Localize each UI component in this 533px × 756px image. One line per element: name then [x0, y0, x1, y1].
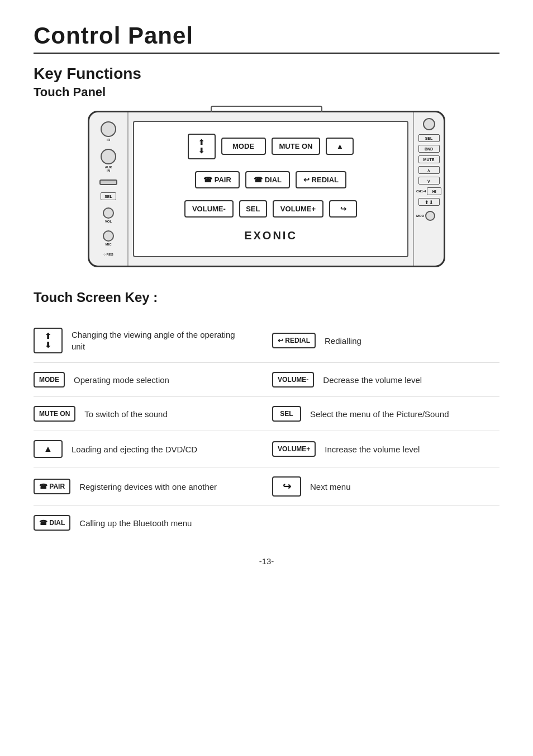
sel-right[interactable]: SEL — [418, 134, 440, 142]
redial-btn[interactable]: ↩ REDIAL — [296, 171, 346, 188]
touch-screen-title: Touch Screen Key : — [34, 290, 499, 305]
sel-btn-screen[interactable]: SEL — [239, 200, 267, 218]
mod-row: MOD — [416, 211, 441, 221]
key-item-sel: SEL Select the menu of the Picture/Sound — [266, 397, 499, 431]
page-title: Control Panel — [34, 22, 499, 49]
mod-knob — [425, 211, 435, 221]
slot — [99, 179, 117, 185]
eject-btn[interactable]: ▲ — [326, 138, 354, 155]
mic-label: MIC — [106, 243, 112, 246]
knob-ir — [101, 121, 116, 137]
angle-btn[interactable]: ⬆⬇ — [188, 134, 216, 159]
ch-row: CH1-4 HI — [416, 187, 441, 195]
device-outer: IR AUXIN SEL VOL MIC ○ RES — [88, 111, 445, 267]
key-desc-angle: Changing the viewing angle of the operat… — [72, 329, 250, 352]
mode-btn[interactable]: MODE — [221, 138, 266, 155]
key-badge-eject: ▲ — [34, 440, 63, 458]
dial-btn[interactable]: ☎ DIAL — [245, 171, 290, 188]
key-desc-vol-minus: Decrease the volume level — [323, 374, 422, 386]
section-title-touch-panel: Touch Panel — [34, 85, 499, 100]
key-badge-sel: SEL — [272, 406, 301, 422]
right-panel: SEL BND MUTE ∧ ∨ CH1-4 HI ⬆⬇ MOD — [413, 112, 444, 266]
key-desc-mute-on: To switch of the sound — [84, 408, 167, 420]
key-badge-pair: ☎ PAIR — [34, 479, 70, 494]
key-badge-mute-on: MUTE ON — [34, 406, 75, 422]
hi-right[interactable]: HI — [427, 187, 441, 195]
key-row-1: ⬆⬇ MODE MUTE ON ▲ — [145, 134, 396, 159]
sel-btn-left[interactable]: SEL — [101, 192, 116, 200]
key-desc-eject: Loading and ejecting the DVD/CD — [72, 443, 197, 455]
key-item-mode: MODE Operating mode selection — [34, 363, 266, 397]
key-desc-next: Next menu — [310, 481, 351, 493]
key-item-eject: ▲ Loading and ejecting the DVD/CD — [34, 431, 266, 467]
bnd-right[interactable]: BND — [418, 145, 440, 153]
key-item-next: ↪ Next menu — [266, 467, 499, 506]
key-item-angle: ⬆⬇ Changing the viewing angle of the ope… — [34, 319, 266, 363]
key-item-vol-minus: VOLUME- Decrease the volume level — [266, 363, 499, 397]
key-item-pair: ☎ PAIR Registering devices with one anot… — [34, 467, 266, 506]
device-top-line — [211, 106, 322, 112]
next-btn[interactable]: ↪ — [329, 200, 357, 218]
knob-vol — [103, 207, 114, 219]
knob-aux — [101, 149, 116, 164]
key-badge-vol-plus: VOLUME+ — [272, 441, 316, 457]
key-row-3: VOLUME- SEL VOLUME+ ↪ — [145, 200, 396, 218]
knob-mic — [103, 230, 114, 242]
pair-btn[interactable]: ☎ PAIR — [195, 171, 240, 188]
key-item-mute-on: MUTE ON To switch of the sound — [34, 397, 266, 431]
key-desc-redial: Redialling — [325, 335, 361, 347]
up-right[interactable]: ∧ — [418, 166, 440, 174]
vol-minus-btn[interactable]: VOLUME- — [184, 200, 234, 218]
key-badge-angle: ⬆⬇ — [34, 328, 63, 353]
key-badge-next: ↪ — [272, 476, 301, 497]
mute-on-btn[interactable]: MUTE ON — [272, 138, 321, 155]
down-right[interactable]: ∨ — [418, 177, 440, 185]
left-panel: IR AUXIN SEL VOL MIC ○ RES — [89, 112, 129, 266]
key-table: ⬆⬇ Changing the viewing angle of the ope… — [34, 319, 499, 540]
right-knob-top — [423, 118, 435, 130]
key-item-redial: ↩ REDIAL Redialling — [266, 319, 499, 363]
key-item-dial: ☎ DIAL Calling up the Bluetooth menu — [34, 506, 266, 540]
main-screen: ⬆⬇ MODE MUTE ON ▲ ☎ PAIR ☎ DIAL ↩ REDIAL… — [133, 121, 408, 257]
key-desc-pair: Registering devices with one another — [79, 481, 217, 493]
key-row-2: ☎ PAIR ☎ DIAL ↩ REDIAL — [145, 171, 396, 188]
mod-label: MOD — [416, 214, 424, 218]
key-item-empty — [266, 506, 499, 540]
updown-right[interactable]: ⬆⬇ — [418, 198, 440, 206]
brand-name: EXONIC — [145, 229, 396, 244]
key-desc-dial: Calling up the Bluetooth menu — [79, 517, 192, 529]
key-badge-dial: ☎ DIAL — [34, 515, 70, 531]
key-desc-sel: Select the menu of the Picture/Sound — [310, 408, 449, 420]
res-label: ○ RES — [103, 253, 113, 256]
page-number: -13- — [34, 556, 499, 566]
vol-plus-btn[interactable]: VOLUME+ — [273, 200, 323, 218]
key-badge-vol-minus: VOLUME- — [272, 372, 314, 388]
mute-right[interactable]: MUTE — [418, 155, 440, 163]
key-desc-mode: Operating mode selection — [74, 374, 169, 386]
key-desc-vol-plus: Increase the volume level — [325, 443, 420, 455]
title-divider — [34, 53, 499, 54]
section-title-key-functions: Key Functions — [34, 65, 499, 83]
device-diagram: IR AUXIN SEL VOL MIC ○ RES — [34, 111, 499, 267]
vol-label: VOL — [105, 220, 112, 223]
key-badge-mode: MODE — [34, 372, 65, 388]
aux-label: AUXIN — [105, 166, 112, 172]
ir-label: IR — [107, 138, 110, 141]
key-badge-redial: ↩ REDIAL — [272, 333, 316, 348]
ch-label: CH1-4 — [416, 190, 426, 193]
key-item-vol-plus: VOLUME+ Increase the volume level — [266, 431, 499, 467]
